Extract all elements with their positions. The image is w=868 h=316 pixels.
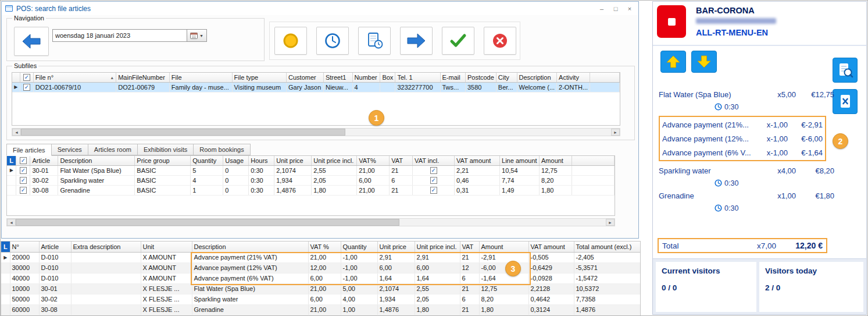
stop-icon[interactable]: [657, 5, 686, 38]
checkbox-checked-icon[interactable]: ✓: [20, 167, 27, 174]
column-header[interactable]: MainFileNumber: [116, 73, 170, 82]
select-all-checkbox[interactable]: ✓: [16, 156, 30, 165]
table-row[interactable]: 6000030-08X FLESJE ...Grenadine21,001,00…: [1, 304, 641, 315]
column-header[interactable]: City: [496, 73, 517, 82]
column-header[interactable]: Description: [58, 156, 135, 165]
scroll-left-button[interactable]: ◄: [12, 129, 21, 136]
column-header[interactable]: Customer: [287, 73, 324, 82]
row-select-cell[interactable]: ✓: [16, 185, 30, 195]
column-header[interactable]: File: [169, 73, 232, 82]
maximize-button[interactable]: □: [610, 5, 621, 12]
column-header[interactable]: Usage: [223, 156, 249, 165]
time-button[interactable]: [316, 27, 349, 55]
date-picker-button[interactable]: ▼: [187, 29, 207, 42]
column-header[interactable]: VAT amount: [528, 242, 574, 252]
column-header[interactable]: Extra description: [71, 242, 141, 252]
column-header[interactable]: Description: [192, 242, 308, 252]
scrollbar-track[interactable]: [21, 129, 611, 136]
scrollbar-thumb[interactable]: [21, 129, 345, 136]
column-header[interactable]: VAT: [460, 242, 479, 252]
scrollbar-thumb[interactable]: [16, 219, 399, 226]
table-row[interactable]: ▶✓30-01Flat Water (Spa Blue)BASIC500:302…: [7, 165, 615, 175]
scroll-left-button[interactable]: ◄: [7, 219, 16, 226]
cancel-button[interactable]: [484, 27, 516, 55]
row-select-cell[interactable]: ✓: [20, 82, 33, 92]
column-header[interactable]: VAT incl.: [413, 156, 455, 165]
checkbox-checked-icon[interactable]: ✓: [430, 167, 437, 174]
column-header[interactable]: VAT %: [308, 242, 341, 252]
vat-incl-checkbox-cell[interactable]: ✓: [413, 175, 455, 185]
column-header[interactable]: Amount: [479, 242, 528, 252]
column-header[interactable]: Street1: [323, 73, 352, 82]
table-row[interactable]: ✓30-02Sparkling waterBASIC400:301,9342,0…: [7, 175, 615, 185]
column-header[interactable]: Quantity: [191, 156, 223, 165]
column-header[interactable]: Unit price incl.: [415, 242, 460, 252]
order-item[interactable]: Advance payment (6% V... x-1,00 €-1,64: [662, 145, 823, 159]
table-row[interactable]: 30000D-010X AMOUNTAdvance payment (12% V…: [1, 262, 641, 273]
forward-button[interactable]: [400, 27, 433, 55]
column-header[interactable]: VAT%: [357, 156, 390, 165]
close-button[interactable]: ×: [624, 5, 635, 12]
date-input[interactable]: [52, 29, 187, 42]
tab-articles-room[interactable]: Articles room: [88, 144, 138, 155]
minimize-button[interactable]: –: [596, 5, 607, 12]
column-header[interactable]: Description: [517, 73, 557, 82]
row-select-cell[interactable]: ✓: [16, 165, 30, 175]
column-header[interactable]: N°: [10, 242, 39, 252]
scroll-up-button[interactable]: [660, 51, 686, 73]
search-receipt-button[interactable]: [833, 58, 858, 83]
horizontal-scrollbar[interactable]: ◄ ►: [6, 218, 615, 226]
status-circle-button[interactable]: [274, 27, 307, 55]
order-item[interactable]: Sparkling water x4,00 €8,20: [659, 164, 834, 177]
window-titlebar[interactable]: POS: search file articles – □ ×: [2, 2, 638, 15]
order-item[interactable]: Flat Water (Spa Blue) x5,00 €12,75: [659, 88, 834, 101]
column-header[interactable]: E-mail: [440, 73, 465, 82]
column-header[interactable]: Activity: [557, 73, 590, 82]
column-header[interactable]: Unit price: [274, 156, 312, 165]
column-header[interactable]: VAT: [390, 156, 413, 165]
scroll-right-button[interactable]: ►: [611, 129, 620, 136]
column-header[interactable]: Total amount (excl.): [574, 242, 641, 252]
column-header[interactable]: Amount: [540, 156, 572, 165]
delete-receipt-button[interactable]: [833, 89, 858, 114]
checkbox-checked-icon[interactable]: ✓: [430, 177, 437, 184]
scroll-down-button[interactable]: [691, 51, 717, 73]
column-header[interactable]: Number: [352, 73, 380, 82]
column-header[interactable]: Line amount: [500, 156, 540, 165]
column-header[interactable]: Tel. 1: [395, 73, 440, 82]
table-row[interactable]: 40000D-010X AMOUNTAdvance payment (6% VA…: [1, 273, 641, 283]
vat-incl-checkbox-cell[interactable]: ✓: [413, 165, 455, 175]
tab-room-bookings[interactable]: Room bookings: [194, 144, 250, 155]
column-header[interactable]: Article: [39, 242, 71, 252]
column-header[interactable]: Box: [380, 73, 395, 82]
column-header[interactable]: Price group: [135, 156, 191, 165]
column-header[interactable]: Quantity: [341, 242, 377, 252]
column-header[interactable]: Postcode: [465, 73, 496, 82]
checkbox-checked-icon[interactable]: ✓: [23, 84, 30, 91]
tab-services[interactable]: Services: [52, 144, 88, 155]
tab-file-articles[interactable]: File articles: [6, 144, 52, 156]
column-header[interactable]: Unit: [141, 242, 192, 252]
table-row[interactable]: 1000030-01X FLESJE ...Flat Water (Spa Bl…: [1, 283, 641, 294]
column-header[interactable]: VAT amount: [455, 156, 500, 165]
checkbox-checked-icon[interactable]: ✓: [20, 187, 27, 194]
column-header[interactable]: Unit price incl.: [312, 156, 357, 165]
checkbox-checked-icon[interactable]: ✓: [20, 157, 27, 164]
order-item[interactable]: Grenadine x1,00 €1,80: [659, 189, 834, 202]
table-row[interactable]: ▶✓DO21-00679/10DO21-00679Family day - mu…: [12, 82, 620, 92]
row-select-cell[interactable]: ✓: [16, 175, 30, 185]
document-time-button[interactable]: [358, 27, 391, 55]
table-row[interactable]: ✓30-08GrenadineBASIC100:301,48761,8021,0…: [7, 185, 615, 195]
table-row[interactable]: 5000030-02X FLESJE ...Sparkling water6,0…: [1, 294, 641, 304]
column-header[interactable]: Article: [30, 156, 58, 165]
scroll-right-button[interactable]: ►: [606, 219, 615, 226]
select-all-checkbox[interactable]: ✓: [20, 73, 33, 82]
checkbox-checked-icon[interactable]: ✓: [430, 187, 437, 194]
checkbox-checked-icon[interactable]: ✓: [23, 74, 30, 81]
order-item[interactable]: Advance payment (12%... x-1,00 €-6,00: [662, 132, 823, 145]
scrollbar-track[interactable]: [16, 219, 606, 226]
vat-incl-checkbox-cell[interactable]: ✓: [413, 185, 455, 195]
back-button[interactable]: [14, 27, 49, 56]
horizontal-scrollbar[interactable]: ◄ ►: [12, 128, 620, 136]
column-header-file-no[interactable]: File n°▲: [33, 73, 116, 82]
